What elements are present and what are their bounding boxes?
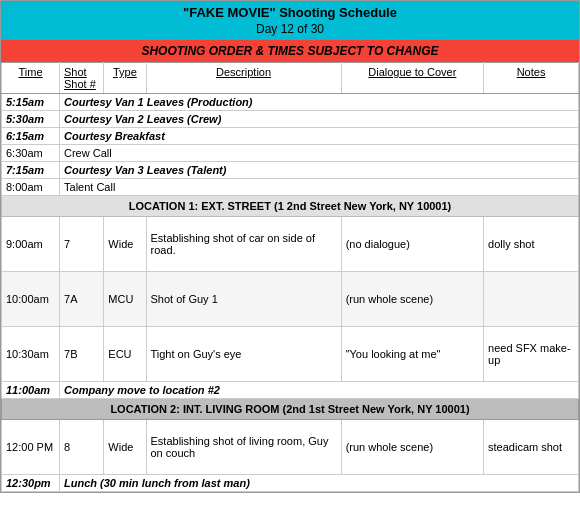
shot-num: 7B <box>60 327 104 382</box>
col-shot-header: Shot Shot # <box>60 63 104 94</box>
shot-type: ECU <box>104 327 146 382</box>
shot-time: 10:00am <box>2 272 60 327</box>
shot-notes <box>484 272 579 327</box>
shot-desc: Establishing shot of living room, Guy on… <box>146 420 341 475</box>
early-desc: Courtesy Van 2 Leaves (Crew) <box>60 111 579 128</box>
shot-desc: Tight on Guy's eye <box>146 327 341 382</box>
early-time: 8:00am <box>2 179 60 196</box>
col-notes-header: Notes <box>484 63 579 94</box>
location2-label: LOCATION 2: INT. LIVING ROOM (2nd 1st St… <box>2 399 579 420</box>
early-desc: Courtesy Breakfast <box>60 128 579 145</box>
shot-dialogue: (no dialogue) <box>341 217 483 272</box>
shot-num: 7 <box>60 217 104 272</box>
col-dialogue-header: Dialogue to Cover <box>341 63 483 94</box>
header-day: Day 12 of 30 <box>1 22 579 40</box>
early-desc: Crew Call <box>60 145 579 162</box>
shot-type: MCU <box>104 272 146 327</box>
shot-num: 8 <box>60 420 104 475</box>
early-time: 6:15am <box>2 128 60 145</box>
early-row-5: 8:00am Talent Call <box>2 179 579 196</box>
early-desc: Courtesy Van 3 Leaves (Talent) <box>60 162 579 179</box>
col-time-header: Time <box>2 63 60 94</box>
shot-notes: need SFX make-up <box>484 327 579 382</box>
shot-desc: Establishing shot of car on side of road… <box>146 217 341 272</box>
early-desc: Courtesy Van 1 Leaves (Production) <box>60 94 579 111</box>
schedule-container: "FAKE MOVIE" Shooting Schedule Day 12 of… <box>0 0 580 493</box>
early-time: 6:30am <box>2 145 60 162</box>
lunch-row: 12:30pm Lunch (30 min lunch from last ma… <box>2 475 579 492</box>
location2-row: LOCATION 2: INT. LIVING ROOM (2nd 1st St… <box>2 399 579 420</box>
early-row-2: 6:15am Courtesy Breakfast <box>2 128 579 145</box>
shot-desc: Shot of Guy 1 <box>146 272 341 327</box>
shot-time: 12:00 PM <box>2 420 60 475</box>
col-desc-header: Description <box>146 63 341 94</box>
lunch-label: Lunch (30 min lunch from last man) <box>60 475 579 492</box>
shot-row-loc1-1: 10:00am 7A MCU Shot of Guy 1 (run whole … <box>2 272 579 327</box>
shot-dialogue: (run whole scene) <box>341 420 483 475</box>
shot-time: 9:00am <box>2 217 60 272</box>
header-title: "FAKE MOVIE" Shooting Schedule <box>1 1 579 22</box>
company-move-row: 11:00am Company move to location #2 <box>2 382 579 399</box>
early-desc: Talent Call <box>60 179 579 196</box>
lunch-time: 12:30pm <box>2 475 60 492</box>
shot-num: 7A <box>60 272 104 327</box>
col-type-header: Type <box>104 63 146 94</box>
early-row-1: 5:30am Courtesy Van 2 Leaves (Crew) <box>2 111 579 128</box>
early-time: 5:30am <box>2 111 60 128</box>
early-time: 7:15am <box>2 162 60 179</box>
shot-dialogue: "You looking at me" <box>341 327 483 382</box>
shot-dialogue: (run whole scene) <box>341 272 483 327</box>
early-time: 5:15am <box>2 94 60 111</box>
column-header-row: Time Shot Shot # Type Description Dialog… <box>2 63 579 94</box>
location1-row: LOCATION 1: EXT. STREET (1 2nd Street Ne… <box>2 196 579 217</box>
shot-notes: dolly shot <box>484 217 579 272</box>
location1-label: LOCATION 1: EXT. STREET (1 2nd Street Ne… <box>2 196 579 217</box>
shot-row-loc1-0: 9:00am 7 Wide Establishing shot of car o… <box>2 217 579 272</box>
shot-time: 10:30am <box>2 327 60 382</box>
move-label: Company move to location #2 <box>60 382 579 399</box>
shot-row-loc2-0: 12:00 PM 8 Wide Establishing shot of liv… <box>2 420 579 475</box>
shot-type: Wide <box>104 420 146 475</box>
shot-notes: steadicam shot <box>484 420 579 475</box>
shot-type: Wide <box>104 217 146 272</box>
early-row-3: 6:30am Crew Call <box>2 145 579 162</box>
early-row-4: 7:15am Courtesy Van 3 Leaves (Talent) <box>2 162 579 179</box>
warning-bar: SHOOTING ORDER & TIMES SUBJECT TO CHANGE <box>1 40 579 62</box>
shot-row-loc1-2: 10:30am 7B ECU Tight on Guy's eye "You l… <box>2 327 579 382</box>
move-time: 11:00am <box>2 382 60 399</box>
early-row-0: 5:15am Courtesy Van 1 Leaves (Production… <box>2 94 579 111</box>
